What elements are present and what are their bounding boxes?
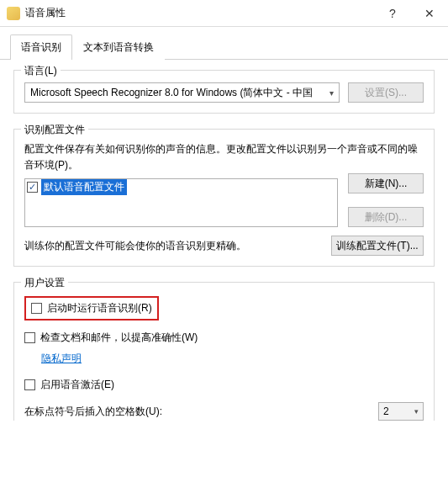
spaces-after-punct-select[interactable]: 2 ▾	[378, 402, 424, 421]
tab-bar: 语音识别 文本到语音转换	[0, 27, 448, 60]
user-settings-group-title: 用户设置	[21, 276, 68, 290]
review-docs-checkbox[interactable]	[24, 332, 35, 343]
close-button[interactable]: ✕	[411, 0, 448, 27]
profiles-description: 配置文件保存有关如何识别你的声音的信息。更改配置文件以识别另一个声音或不同的噪音…	[24, 141, 424, 173]
train-profile-button[interactable]: 训练配置文件(T)...	[331, 236, 424, 256]
checkbox-checked-icon[interactable]: ✓	[27, 182, 38, 193]
profile-item-label: 默认语音配置文件	[41, 179, 127, 195]
privacy-statement-link[interactable]: 隐私声明	[41, 352, 82, 366]
profiles-group: 识别配置文件 配置文件保存有关如何识别你的声音的信息。更改配置文件以识别另一个声…	[13, 129, 435, 267]
run-at-startup-checkbox[interactable]	[31, 303, 42, 314]
help-button[interactable]: ?	[374, 0, 411, 27]
language-settings-button[interactable]: 设置(S)...	[348, 82, 424, 103]
tab-speech-recognition[interactable]: 语音识别	[10, 34, 72, 60]
profiles-group-title: 识别配置文件	[21, 123, 88, 137]
language-select[interactable]: Microsoft Speech Recognizer 8.0 for Wind…	[24, 82, 340, 103]
titlebar: 语音属性 ? ✕	[0, 0, 448, 27]
delete-profile-button[interactable]: 删除(D)...	[348, 207, 424, 227]
spaces-after-punct-label: 在标点符号后插入的空格数(U):	[24, 405, 162, 419]
speech-icon	[7, 7, 20, 20]
user-settings-group: 用户设置 启动时运行语音识别(R) 检查文档和邮件，以提高准确性(W) 隐私声明…	[13, 282, 435, 421]
content-area: 语言(L) Microsoft Speech Recognizer 8.0 fo…	[0, 60, 448, 421]
language-group-title: 语言(L)	[21, 64, 61, 78]
train-description: 训练你的配置文件可能会使你的语音识别更精确。	[24, 239, 323, 253]
language-select-value: Microsoft Speech Recognizer 8.0 for Wind…	[30, 86, 313, 100]
chevron-down-icon: ▾	[414, 407, 419, 416]
voice-activation-checkbox[interactable]	[24, 379, 35, 390]
review-docs-label: 检查文档和邮件，以提高准确性(W)	[40, 331, 198, 345]
profiles-listbox[interactable]: ✓ 默认语音配置文件	[24, 178, 338, 227]
chevron-down-icon: ▾	[329, 88, 334, 98]
profile-item-default[interactable]: ✓ 默认语音配置文件	[25, 179, 337, 194]
new-profile-button[interactable]: 新建(N)...	[348, 173, 424, 193]
tab-text-to-speech[interactable]: 文本到语音转换	[72, 34, 165, 60]
run-at-startup-label: 启动时运行语音识别(R)	[47, 301, 152, 315]
window-title: 语音属性	[25, 6, 66, 20]
spaces-after-punct-value: 2	[383, 405, 389, 417]
highlight-run-at-startup: 启动时运行语音识别(R)	[24, 296, 159, 321]
voice-activation-label: 启用语音激活(E)	[40, 378, 114, 392]
language-group: 语言(L) Microsoft Speech Recognizer 8.0 fo…	[13, 70, 435, 114]
